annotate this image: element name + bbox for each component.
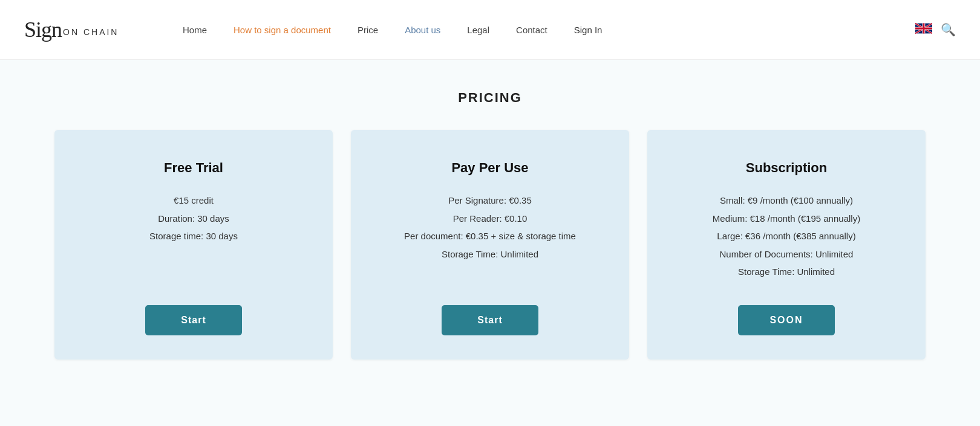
free-trial-detail-1: €15 credit: [174, 193, 214, 208]
pay-per-use-details: Per Signature: €0.35 Per Reader: €0.10 P…: [404, 193, 576, 287]
pay-per-use-start-button[interactable]: Start: [442, 305, 538, 335]
nav-sign-in[interactable]: Sign In: [561, 25, 616, 35]
subscription-detail-4: Number of Documents: Unlimited: [720, 247, 854, 262]
language-flag-icon[interactable]: [915, 23, 932, 36]
subscription-title: Subscription: [746, 160, 827, 176]
pay-per-use-detail-4: Storage Time: Unlimited: [442, 247, 538, 262]
subscription-details: Small: €9 /month (€100 annually) Medium:…: [713, 193, 860, 287]
pricing-card-free-trial: Free Trial €15 credit Duration: 30 days …: [54, 130, 333, 360]
pay-per-use-detail-2: Per Reader: €0.10: [453, 211, 528, 227]
nav-price[interactable]: Price: [344, 25, 391, 35]
pricing-title: PRICING: [24, 90, 956, 106]
nav-right: 🔍: [915, 22, 956, 37]
main-content: PRICING Free Trial €15 credit Duration: …: [0, 60, 980, 426]
subscription-detail-2: Medium: €18 /month (€195 annually): [713, 211, 860, 227]
subscription-detail-3: Large: €36 /month (€385 annually): [717, 228, 855, 244]
nav-contact[interactable]: Contact: [503, 25, 561, 35]
subscription-soon-button: SOON: [738, 305, 835, 335]
pricing-card-pay-per-use: Pay Per Use Per Signature: €0.35 Per Rea…: [351, 130, 629, 360]
site-header: Sign ON CHAIN Home How to sign a documen…: [0, 0, 980, 60]
nav-legal[interactable]: Legal: [454, 25, 503, 35]
free-trial-detail-2: Duration: 30 days: [158, 211, 229, 227]
pay-per-use-detail-1: Per Signature: €0.35: [448, 193, 532, 208]
pay-per-use-detail-3: Per document: €0.35 + size & storage tim…: [404, 228, 576, 244]
main-nav: Home How to sign a document Price About …: [169, 25, 915, 35]
nav-about-us[interactable]: About us: [391, 25, 454, 35]
subscription-detail-5: Storage Time: Unlimited: [738, 264, 835, 280]
subscription-detail-1: Small: €9 /month (€100 annually): [720, 193, 853, 208]
nav-home[interactable]: Home: [169, 25, 220, 35]
free-trial-title: Free Trial: [164, 160, 223, 176]
logo-chain: ON CHAIN: [63, 27, 119, 37]
logo[interactable]: Sign ON CHAIN: [24, 17, 145, 42]
nav-how-to-sign[interactable]: How to sign a document: [220, 25, 344, 35]
pricing-cards: Free Trial €15 credit Duration: 30 days …: [24, 130, 956, 360]
pay-per-use-title: Pay Per Use: [451, 160, 528, 176]
search-icon[interactable]: 🔍: [941, 22, 956, 37]
free-trial-details: €15 credit Duration: 30 days Storage tim…: [149, 193, 238, 287]
logo-script: Sign: [24, 17, 62, 42]
pricing-card-subscription: Subscription Small: €9 /month (€100 annu…: [647, 130, 926, 360]
free-trial-detail-3: Storage time: 30 days: [149, 228, 238, 244]
free-trial-start-button[interactable]: Start: [145, 305, 242, 335]
